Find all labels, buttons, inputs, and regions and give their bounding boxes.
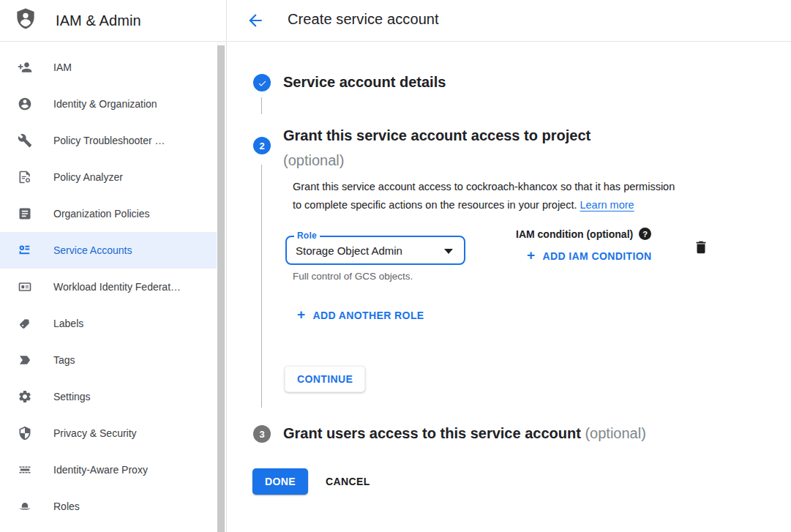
step3-optional-label: (optional): [585, 425, 645, 441]
iam-admin-shield-icon: [13, 6, 38, 35]
help-glyph: ?: [642, 230, 648, 239]
wrench-icon: [18, 133, 32, 148]
step2-number: 2: [259, 141, 264, 151]
description-line2: to complete specific actions on the reso…: [293, 199, 577, 211]
sidebar-item-roles[interactable]: Roles: [0, 488, 217, 525]
step1-complete-check-icon: [253, 74, 271, 91]
sidebar-item-label: Privacy & Security: [53, 427, 137, 439]
sidebar-item-label: Settings: [53, 391, 91, 402]
iam-condition-header: IAM condition (optional) ?: [516, 228, 651, 240]
sidebar-item-label: Identity & Organization: [53, 98, 157, 110]
sidebar-item-policy-analyzer[interactable]: Policy Analyzer: [0, 159, 217, 195]
delete-role-button[interactable]: [693, 239, 709, 255]
step2-number-badge: 2: [253, 137, 271, 154]
iam-admin-console: IAM & Admin IAM Identity & Organization …: [0, 0, 791, 532]
sidebar-item-label: Labels: [53, 318, 83, 329]
role-selected-value: Storage Object Admin: [296, 244, 402, 257]
sidebar-item-identity-aware-proxy[interactable]: Identity-Aware Proxy: [0, 452, 217, 488]
step2-heading: Grant this service account access to pro…: [283, 123, 591, 173]
step2-optional-label: (optional): [283, 148, 591, 173]
gear-icon: [18, 389, 32, 404]
add-another-role-label: ADD ANOTHER ROLE: [313, 310, 424, 321]
sidebar-item-label: Tags: [53, 354, 75, 366]
sidebar-item-workload-identity-federation[interactable]: Workload Identity Federat…: [0, 269, 217, 305]
sidebar-item-label: Roles: [53, 501, 80, 512]
tag-icon: [18, 353, 32, 367]
hat-icon: [18, 499, 32, 514]
shield-half-icon: [18, 426, 32, 441]
label-icon: [18, 316, 32, 331]
sidebar-item-tags[interactable]: Tags: [0, 342, 217, 378]
description-line2-row: to complete specific actions on the reso…: [293, 196, 732, 214]
proxy-icon: [18, 462, 32, 477]
step3-heading: Grant users access to this service accou…: [283, 425, 646, 442]
sidebar: IAM & Admin IAM Identity & Organization …: [0, 0, 227, 532]
main-panel: Create service account Service account d…: [228, 0, 791, 532]
sidebar-item-label: Identity-Aware Proxy: [53, 464, 148, 476]
back-button[interactable]: [246, 11, 265, 30]
sidebar-item-iam[interactable]: IAM: [0, 49, 217, 86]
continue-button[interactable]: CONTINUE: [285, 366, 365, 392]
sidebar-item-label: Policy Analyzer: [53, 171, 123, 183]
role-helper-text: Full control of GCS objects.: [293, 271, 413, 282]
sidebar-item-organization-policies[interactable]: Organization Policies: [0, 195, 217, 232]
page-header: Create service account: [228, 0, 791, 42]
sidebar-item-settings[interactable]: Settings: [0, 378, 217, 415]
learn-more-link[interactable]: Learn more: [580, 199, 634, 211]
role-select[interactable]: Role Storage Object Admin: [285, 236, 465, 265]
plus-icon: +: [297, 307, 306, 323]
done-button[interactable]: DONE: [252, 468, 308, 495]
sidebar-header: IAM & Admin: [0, 0, 226, 42]
person-add-icon: [18, 60, 32, 75]
step2-description: Grant this service account access to coc…: [293, 178, 732, 214]
sidebar-nav: IAM Identity & Organization Policy Troub…: [0, 42, 217, 525]
service-account-icon: [18, 243, 32, 258]
badge-icon: [18, 280, 32, 294]
policy-analyzer-icon: [18, 170, 32, 184]
iam-condition-label: IAM condition (optional): [516, 228, 633, 240]
sidebar-item-label: IAM: [53, 61, 72, 73]
sidebar-item-label: Workload Identity Federat…: [53, 281, 181, 293]
sidebar-item-identity-organization[interactable]: Identity & Organization: [0, 86, 217, 122]
sidebar-item-policy-troubleshooter[interactable]: Policy Troubleshooter …: [0, 122, 217, 159]
sidebar-item-label: Organization Policies: [53, 208, 150, 220]
cancel-button[interactable]: CANCEL: [326, 468, 370, 495]
help-icon[interactable]: ?: [639, 228, 651, 240]
sidebar-item-labels[interactable]: Labels: [0, 305, 217, 342]
sidebar-item-label: Service Accounts: [53, 244, 132, 256]
page-title: Create service account: [288, 11, 439, 28]
dropdown-arrow-icon: [444, 249, 453, 254]
article-icon: [18, 206, 32, 221]
role-field-label: Role: [294, 231, 320, 241]
add-iam-condition-label: ADD IAM CONDITION: [543, 250, 652, 262]
description-line1: Grant this service account access to coc…: [293, 178, 732, 196]
plus-icon: +: [527, 247, 536, 263]
step1-title: Service account details: [283, 74, 446, 91]
step3-title: Grant users access to this service accou…: [283, 425, 581, 441]
step-connector: [261, 97, 262, 114]
step3-number: 3: [259, 429, 264, 440]
add-iam-condition-button[interactable]: + ADD IAM CONDITION: [527, 249, 652, 263]
sidebar-title: IAM & Admin: [56, 12, 141, 29]
sidebar-item-service-accounts[interactable]: Service Accounts: [0, 232, 217, 269]
step3-number-badge: 3: [253, 425, 271, 443]
sidebar-item-privacy-security[interactable]: Privacy & Security: [0, 415, 217, 452]
add-another-role-button[interactable]: + ADD ANOTHER ROLE: [297, 308, 424, 323]
sidebar-scrollbar-thumb[interactable]: [217, 45, 225, 532]
step-connector: [261, 165, 262, 408]
step2-title: Grant this service account access to pro…: [283, 123, 591, 148]
sidebar-item-label: Policy Troubleshooter …: [53, 135, 165, 146]
account-circle-icon: [18, 97, 32, 111]
